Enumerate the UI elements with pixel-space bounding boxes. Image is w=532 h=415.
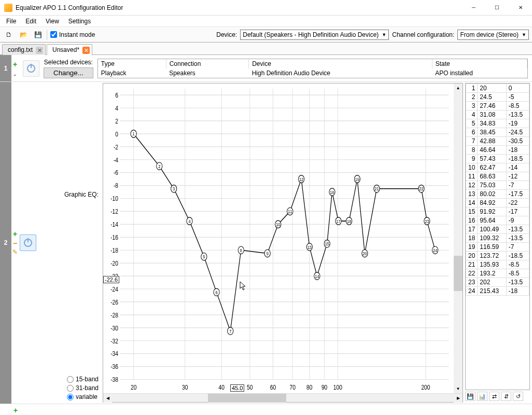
change-button[interactable]: Change... [44,67,93,78]
svg-text:-12: -12 [110,208,118,216]
svg-text:2: 2 [115,117,118,125]
edit-icon[interactable]: ✎ [12,248,18,256]
table-row[interactable]: 957.43-18.5 [466,155,529,163]
reset-icon[interactable]: ↺ [513,392,523,401]
svg-text:5: 5 [203,254,205,259]
svg-text:-34: -34 [110,350,118,358]
svg-text:8: 8 [240,247,242,253]
tab-unsaved[interactable]: Unsaved* ✕ [47,44,92,55]
table-row[interactable]: 18109.32-13.5 [466,234,529,243]
svg-text:18: 18 [347,218,352,224]
table-row[interactable]: 431.08-13.5 [466,110,529,119]
app-icon [4,4,12,12]
table-row[interactable]: 1484.92-22 [466,199,529,208]
save-file-icon[interactable]: 💾 [32,29,44,40]
svg-text:15: 15 [325,241,330,246]
scroll-left-icon[interactable]: ◀ [103,394,112,403]
svg-text:16: 16 [330,189,334,195]
svg-text:19: 19 [355,176,360,182]
svg-text:2: 2 [158,163,160,169]
table-row[interactable]: 23202-13.5 [466,278,529,287]
add-icon[interactable]: + [13,60,17,68]
instant-mode-checkbox[interactable]: Instant mode [50,31,95,38]
table-row[interactable]: 1168.63-12 [466,172,529,181]
maximize-button[interactable]: ☐ [485,0,509,15]
add-icon[interactable]: + [13,230,17,238]
svg-text:-4: -4 [114,156,119,164]
power-toggle[interactable] [20,234,36,251]
svg-text:17: 17 [336,218,341,224]
points-table[interactable]: 1200224.5-5327.46-8.5431.08-13.5534.83-1… [465,83,530,390]
table-row[interactable]: 19116.59-7 [466,243,529,252]
import-icon[interactable]: 📊 [477,392,487,401]
table-row[interactable]: 1591.92-17 [466,208,529,216]
menu-view[interactable]: View [41,17,63,26]
chevron-down-icon[interactable]: ⌄ [13,72,17,77]
table-row[interactable]: 24215.43-18 [466,287,529,296]
svg-text:-30: -30 [110,324,118,332]
svg-text:-2: -2 [114,143,118,151]
remove-icon[interactable]: − [13,239,17,247]
channel-config-combo[interactable]: From device (Stereo) ▼ [457,30,529,40]
chevron-down-icon: ▼ [382,32,386,37]
save-icon[interactable]: 💾 [465,392,475,401]
table-row[interactable]: 1275.03-7 [466,181,529,190]
scroll-up-icon[interactable]: ▲ [454,84,463,92]
menu-file[interactable]: File [2,17,20,26]
svg-text:0: 0 [115,130,118,138]
svg-text:13: 13 [307,244,312,250]
vertical-scrollbar[interactable]: ▲ ▼ [454,84,463,393]
svg-text:11: 11 [288,209,292,214]
table-row[interactable]: 742.88-30.5 [466,137,529,146]
horizontal-scrollbar[interactable]: ◀ ▶ [103,393,463,402]
close-button[interactable]: ✕ [509,0,532,15]
svg-text:-14: -14 [110,220,118,229]
scroll-right-icon[interactable]: ▶ [454,394,463,403]
normalize-icon[interactable]: ⇵ [501,392,511,401]
power-toggle[interactable] [23,60,39,77]
x-cursor-value: 45.0 [230,384,244,392]
col-state: State [432,59,527,68]
row-number: 2 [0,82,11,404]
table-row[interactable]: 1062.47-14 [466,163,529,172]
svg-text:22: 22 [419,186,424,192]
svg-text:7: 7 [229,328,231,334]
table-row[interactable]: 17100.49-13.5 [466,225,529,234]
band-15-radio[interactable]: 15-band [67,376,99,383]
svg-text:-38: -38 [110,376,118,384]
add-row-icon[interactable]: + [13,406,532,414]
invert-icon[interactable]: ⇄ [489,392,499,401]
scroll-down-icon[interactable]: ▼ [454,384,463,393]
menu-settings[interactable]: Settings [64,17,95,26]
eq-plot[interactable]: 6420-2-4-6-8-10-12-14-16-18-20-22-24-26-… [103,84,454,393]
table-row[interactable]: 1695.64-9 [466,216,529,225]
svg-text:60: 60 [270,383,276,392]
band-variable-radio[interactable]: variable [67,393,97,400]
svg-text:4: 4 [115,104,118,113]
table-row[interactable]: 638.45-24.5 [466,128,529,137]
minimize-button[interactable]: ─ [462,0,485,15]
svg-text:21: 21 [374,186,379,192]
selected-devices-label: Selected devices: [44,59,93,66]
chevron-down-icon: ▼ [522,32,526,37]
device-combo[interactable]: Default (Speakers - High Definition Audi… [240,30,389,40]
band-31-radio[interactable]: 31-band [67,384,99,392]
table-row[interactable]: 846.64-18 [466,146,529,155]
table-row[interactable]: 22193.2-8.5 [466,269,529,278]
table-row[interactable]: 224.5-5 [466,93,529,102]
new-file-icon[interactable]: 🗋 [3,29,15,40]
window-title: Equalizer APO 1.1 Configuration Editor [16,4,462,11]
svg-text:-6: -6 [114,169,119,177]
menu-edit[interactable]: Edit [21,17,40,26]
table-row[interactable]: 21135.93-8.5 [466,260,529,269]
close-icon[interactable]: ✕ [82,47,90,54]
tab-config[interactable]: config.txt ✕ [2,44,46,55]
svg-text:-20: -20 [110,259,118,268]
table-row[interactable]: 1380.02-17.5 [466,190,529,199]
table-row[interactable]: 534.83-19 [466,119,529,128]
table-row[interactable]: 1200 [466,84,529,93]
table-row[interactable]: 20123.72-18.5 [466,252,529,260]
open-file-icon[interactable]: 📂 [18,29,29,40]
close-icon[interactable]: ✕ [36,47,43,54]
table-row[interactable]: 327.46-8.5 [466,102,529,110]
